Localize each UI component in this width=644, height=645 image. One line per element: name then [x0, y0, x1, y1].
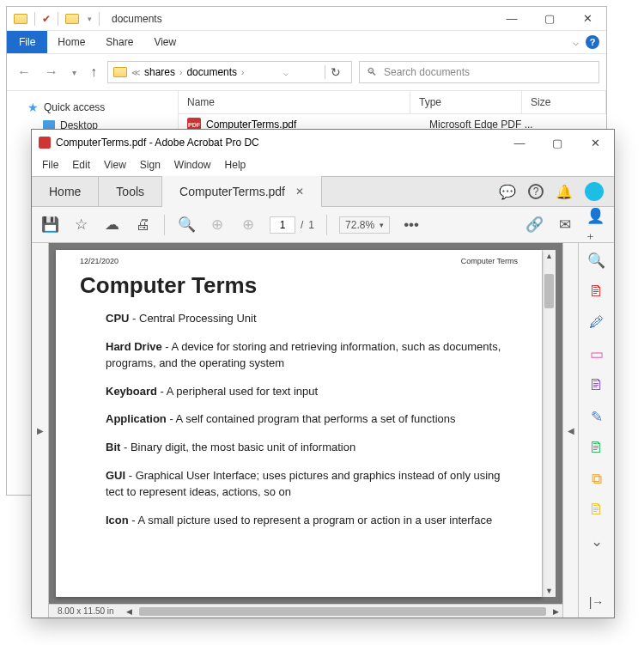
- breadcrumb-documents[interactable]: documents: [186, 66, 237, 78]
- save-icon[interactable]: 💾: [40, 216, 59, 234]
- share-link-icon[interactable]: 🔗: [525, 216, 544, 234]
- email-icon[interactable]: ✉: [556, 216, 574, 234]
- add-people-icon[interactable]: 👤₊: [586, 207, 605, 243]
- acrobat-window: ComputerTerms.pdf - Adobe Acrobat Pro DC…: [31, 129, 615, 618]
- sign-icon[interactable]: ✎: [591, 408, 603, 426]
- ribbon-expand-icon[interactable]: ⌵: [573, 36, 579, 48]
- redact-icon[interactable]: 🖹: [589, 377, 604, 394]
- cloud-icon[interactable]: ☁: [102, 216, 121, 234]
- ribbon-home-tab[interactable]: Home: [47, 31, 95, 53]
- chevron-right-icon: ›: [177, 68, 185, 77]
- right-panel-toggle[interactable]: ◀: [562, 243, 578, 618]
- tab-document[interactable]: ComputerTerms.pdf ✕: [162, 176, 322, 208]
- search-icon: 🔍︎: [367, 66, 377, 78]
- page-total: 1: [308, 219, 314, 231]
- minimize-button[interactable]: —: [493, 7, 531, 31]
- help-icon[interactable]: ?: [586, 35, 599, 49]
- bell-icon[interactable]: 🔔: [556, 184, 573, 200]
- create-pdf-icon[interactable]: 🖹: [589, 283, 604, 301]
- scroll-thumb[interactable]: [544, 274, 554, 308]
- nav-quick-access[interactable]: ★ Quick access: [7, 98, 178, 117]
- menu-edit[interactable]: Edit: [72, 159, 90, 171]
- doc-date: 12/21/2020: [80, 257, 118, 265]
- acrobat-titlebar: ComputerTerms.pdf - Adobe Acrobat Pro DC…: [32, 130, 614, 155]
- folder-icon: [65, 14, 79, 24]
- more-icon[interactable]: •••: [402, 216, 421, 234]
- term-item: Bit - Binary digit, the most basic unit …: [106, 440, 518, 456]
- vertical-scrollbar[interactable]: ▲ ▼: [542, 250, 556, 597]
- page-dimensions: 8.00 x 11.50 in: [49, 606, 123, 616]
- chevron-down-icon[interactable]: ⌄: [591, 532, 603, 551]
- ribbon-file-tab[interactable]: File: [7, 31, 47, 53]
- close-button[interactable]: ✕: [576, 131, 614, 155]
- star-icon[interactable]: ☆: [71, 216, 90, 234]
- explorer-titlebar: ✔ ▾ documents — ▢ ✕: [7, 7, 606, 31]
- organize-pages-icon[interactable]: ▭: [590, 345, 604, 363]
- scroll-left-icon[interactable]: ◀: [123, 607, 136, 616]
- search-icon[interactable]: 🔍: [177, 216, 196, 234]
- scroll-thumb[interactable]: [139, 607, 546, 616]
- tools-pane: 🔍 🖹 🖉 ▭ 🖹 ✎ 🖹 ⧉ 🖹 ⌄ |→: [578, 243, 614, 618]
- up-button[interactable]: ↑: [87, 63, 100, 82]
- back-button[interactable]: ←: [14, 63, 34, 82]
- scroll-right-icon[interactable]: ▶: [550, 607, 562, 616]
- search-plus-icon[interactable]: 🔍: [587, 252, 605, 270]
- left-panel-toggle[interactable]: ▶: [32, 243, 49, 618]
- window-title: documents: [108, 13, 493, 25]
- addr-dropdown-icon[interactable]: ⌵: [283, 68, 289, 77]
- menu-file[interactable]: File: [42, 159, 58, 171]
- edit-pdf-icon[interactable]: 🖉: [589, 314, 604, 332]
- page-indicator: / 1: [270, 216, 314, 234]
- checkmark-icon[interactable]: ✔: [42, 13, 51, 25]
- page-current-input[interactable]: [270, 216, 295, 234]
- zoom-selector[interactable]: 72.8% ▾: [339, 216, 390, 234]
- tab-tools[interactable]: Tools: [99, 176, 162, 207]
- menu-help[interactable]: Help: [225, 159, 246, 171]
- maximize-button[interactable]: ▢: [531, 7, 568, 31]
- combine-files-icon[interactable]: ⧉: [592, 471, 602, 488]
- scroll-down-icon[interactable]: ▼: [543, 585, 556, 597]
- term-item: Hard Drive - A device for storing and re…: [106, 339, 518, 372]
- refresh-icon[interactable]: ↻: [325, 65, 346, 79]
- address-bar[interactable]: ≪ shares › documents › ⌵ ↻: [107, 61, 352, 83]
- document-body: ▶ 12/21/2020 Computer Terms Computer Ter…: [32, 243, 614, 618]
- tab-close-icon[interactable]: ✕: [295, 176, 304, 207]
- search-box[interactable]: 🔍︎ Search documents: [359, 61, 599, 83]
- comment-icon[interactable]: 🖹: [589, 502, 604, 519]
- export-pdf-icon[interactable]: 🖹: [589, 440, 604, 457]
- ribbon-tabs: File Home Share View ⌵ ?: [7, 31, 606, 53]
- ribbon-view-tab[interactable]: View: [143, 31, 186, 53]
- help-circle-icon[interactable]: ?: [528, 184, 544, 199]
- print-icon[interactable]: 🖨: [133, 216, 152, 234]
- chevron-right-icon: ≪: [129, 68, 143, 77]
- doc-heading: Computer Terms: [80, 272, 518, 299]
- menu-bar: File Edit View Sign Window Help: [32, 155, 614, 176]
- column-name[interactable]: Name: [179, 91, 410, 113]
- next-page-icon[interactable]: ⊕: [239, 216, 258, 234]
- chevron-right-icon: ›: [239, 68, 246, 77]
- qat-dropdown-icon[interactable]: ▾: [84, 15, 92, 23]
- prev-page-icon[interactable]: ⊕: [208, 216, 227, 234]
- menu-sign[interactable]: Sign: [140, 159, 161, 171]
- term-item: Keyboard - A peripheral used for text in…: [106, 384, 518, 400]
- chat-icon[interactable]: 💬: [499, 184, 516, 200]
- minimize-button[interactable]: —: [501, 131, 538, 155]
- chevron-down-icon: ▾: [380, 221, 384, 229]
- scroll-up-icon[interactable]: ▲: [543, 250, 556, 262]
- breadcrumb-shares[interactable]: shares: [144, 66, 175, 78]
- column-type[interactable]: Type: [410, 91, 522, 113]
- menu-view[interactable]: View: [104, 159, 126, 171]
- column-size[interactable]: Size: [522, 91, 606, 113]
- collapse-pane-icon[interactable]: |→: [589, 595, 605, 609]
- tab-home[interactable]: Home: [32, 176, 99, 207]
- ribbon-share-tab[interactable]: Share: [95, 31, 143, 53]
- folder-icon: [113, 67, 127, 77]
- forward-button[interactable]: →: [41, 63, 62, 82]
- close-button[interactable]: ✕: [568, 7, 606, 31]
- recent-locations-icon[interactable]: ▾: [69, 66, 80, 79]
- address-row: ← → ▾ ↑ ≪ shares › documents › ⌵ ↻ 🔍︎ Se…: [7, 53, 606, 91]
- maximize-button[interactable]: ▢: [538, 131, 576, 155]
- menu-window[interactable]: Window: [174, 159, 211, 171]
- user-avatar[interactable]: [585, 182, 604, 201]
- horizontal-scrollbar[interactable]: 8.00 x 11.50 in ◀ ▶: [49, 604, 562, 618]
